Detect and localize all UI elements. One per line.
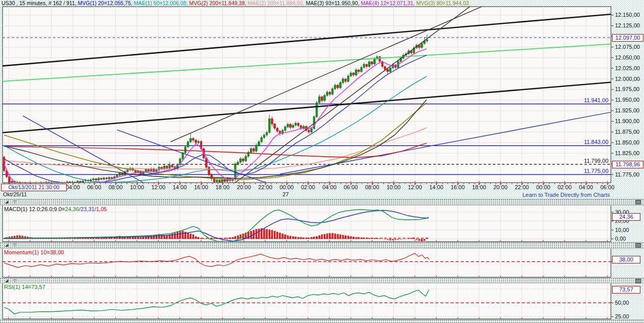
- time-axis-label: 14:00: [170, 184, 190, 190]
- legend-segment: MAE(2) 200=11.884,50,: [248, 0, 306, 6]
- price-axis-value-box: 11.798,96: [612, 161, 643, 168]
- time-axis-label: 08:00: [362, 184, 382, 190]
- price-axis-label: 11.950,00: [615, 97, 639, 103]
- price-axis-label: 11.900,00: [615, 118, 639, 124]
- legend-segment: MVG(3) 80=11.944,03: [416, 0, 469, 6]
- chart-header-legend: US30 , 15 minutes, # 162 / 911, MVG(1) 2…: [2, 0, 469, 7]
- time-axis-label: 02:00: [298, 184, 318, 190]
- momentum-panel[interactable]: [3, 248, 611, 277]
- price-axis-label: 12.075,00: [615, 44, 640, 50]
- time-axis-label: 12:00: [405, 184, 425, 190]
- legend-segment: MAE(4) 12=12.071,31,: [361, 0, 416, 6]
- price-axis-label: 12.025,00: [615, 65, 640, 71]
- main-price-panel[interactable]: [3, 7, 611, 183]
- time-axis-day-label: Okt/25/11: [3, 191, 27, 197]
- price-axis-label: 12.050,00: [615, 54, 640, 61]
- price-axis-label: 11.875,00: [615, 129, 639, 135]
- price-axis-label: 11.850,00: [615, 139, 639, 145]
- macd-label: MACD(1) 12.0;26.0;9.0=24,36/23,31/1,05: [4, 206, 107, 212]
- time-axis-label: 08:00: [105, 184, 126, 190]
- panel-settings-icon[interactable]: [635, 279, 641, 283]
- price-axis-label: 11.775,00: [615, 171, 639, 178]
- level-price-label: 11.775,00: [547, 168, 608, 174]
- time-axis-label: 22:00: [255, 184, 275, 190]
- time-axis-label: 04:00: [319, 184, 340, 190]
- price-axis-label: 11.925,00: [615, 107, 639, 113]
- time-axis-label: 06:00: [597, 184, 618, 190]
- rsi-axis-label: 25.00: [615, 313, 629, 319]
- price-axis-value-box: 12.097,00: [612, 34, 643, 42]
- macd-axis-label: 0,00: [615, 236, 626, 242]
- rsi-panel[interactable]: [3, 283, 611, 319]
- legend-segment: /23,31: [79, 206, 95, 212]
- legend-segment: RSI(1) 14=73,57: [4, 284, 45, 290]
- time-axis-label: 10:00: [383, 184, 404, 190]
- legend-segment: MAE(3) 93=11.950,90,: [306, 0, 361, 6]
- legend-segment: Momentum(1) 10=38,00: [4, 249, 64, 255]
- time-axis-label: 00:00: [533, 184, 553, 190]
- learn-to-trade-link[interactable]: Learn to Trade Directly from Charts: [488, 192, 610, 198]
- level-price-label: 11.799,00: [547, 158, 608, 164]
- price-axis[interactable]: [611, 7, 644, 183]
- time-axis-day-label: 27: [283, 191, 289, 197]
- time-axis-label: 00:00: [276, 184, 297, 190]
- legend-segment: /1,05: [95, 206, 107, 212]
- price-axis-label: 11.825,00: [615, 150, 639, 156]
- time-axis-label: 22:00: [512, 184, 532, 190]
- momentum-label: Momentum(1) 10=38,00: [4, 249, 64, 255]
- macd-axis-label: 10,00: [615, 227, 629, 233]
- level-price-label: 11.843,00: [547, 139, 608, 145]
- collapse-panel-icon[interactable]: ◢: [5, 278, 8, 283]
- rsi-label: RSI(1) 14=73,57: [4, 284, 45, 290]
- legend-segment: MVG(1) 20=12.055,75,: [78, 0, 134, 6]
- price-axis-label: 12.150,00: [615, 12, 640, 18]
- time-axis-label: 04:00: [576, 184, 596, 190]
- time-axis-label: 16:00: [191, 184, 211, 190]
- legend-segment: 24,36: [65, 206, 79, 212]
- time-axis-label: 02:00: [554, 184, 575, 190]
- trading-chart-window: US30 , 15 minutes, # 162 / 911, MVG(1) 2…: [0, 0, 644, 323]
- macd-value-box: 24,36: [612, 213, 640, 221]
- time-axis-label: 18:00: [212, 184, 233, 190]
- price-axis-label: 12.000,00: [615, 76, 640, 82]
- expand-panel-icon[interactable]: ▽: [13, 199, 16, 204]
- price-axis-label: 11.975,00: [615, 86, 639, 92]
- legend-segment: US30 , 15 minutes, # 162 / 911,: [2, 0, 78, 6]
- time-axis-label: 10:00: [127, 184, 147, 190]
- cursor-time-readout: Okt/13/2011 21:30:00: [1, 184, 67, 191]
- price-axis-label: 12.125,00: [615, 22, 640, 28]
- panel-settings-icon[interactable]: [635, 243, 641, 248]
- panel-separator: [0, 319, 644, 323]
- time-axis-label: 06:00: [341, 184, 361, 190]
- time-axis-label: 12:00: [148, 184, 169, 190]
- time-axis-label: 16:00: [447, 184, 468, 190]
- time-axis-label: 20:00: [234, 184, 254, 190]
- time-axis-label: 06:00: [84, 184, 104, 190]
- time-axis-label: 20:00: [490, 184, 511, 190]
- rsi-axis-label: 50,00: [615, 300, 629, 306]
- level-price-label: 11.941,00: [547, 97, 608, 103]
- mom-value-box: 38,00: [612, 256, 640, 263]
- panel-settings-icon[interactable]: [635, 200, 641, 204]
- time-axis-label: 18:00: [469, 184, 489, 190]
- legend-segment: MVG(2) 200=11.849,38,: [189, 0, 248, 6]
- expand-panel-icon[interactable]: ▽: [13, 243, 16, 247]
- collapse-panel-icon[interactable]: ◢: [5, 243, 8, 247]
- collapse-panel-icon[interactable]: ◢: [5, 199, 8, 204]
- legend-segment: MACD(1) 12.0;26.0;9.0=: [4, 206, 65, 212]
- expand-panel-icon[interactable]: ▽: [13, 278, 16, 283]
- rsi-value-box: 73,57: [612, 286, 640, 293]
- legend-segment: MAE(1) 50=12.006,08,: [134, 0, 189, 6]
- time-axis-label: 14:00: [426, 184, 446, 190]
